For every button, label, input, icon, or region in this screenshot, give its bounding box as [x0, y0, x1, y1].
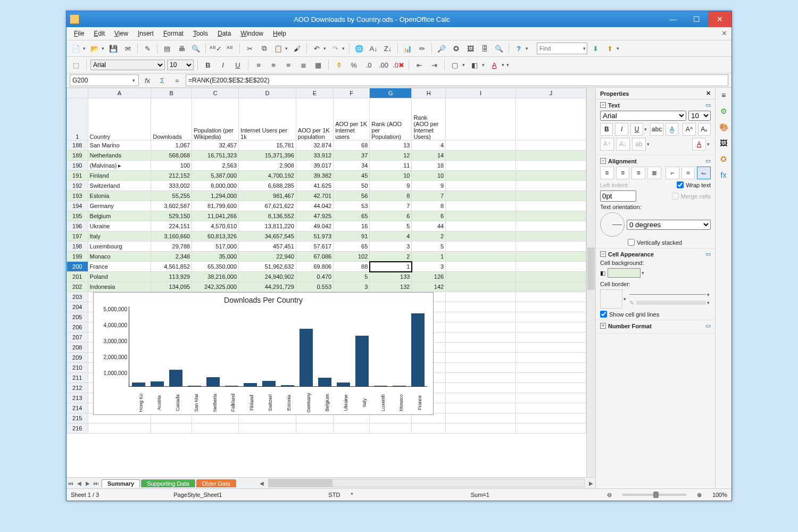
functions-tab-icon[interactable]: fx: [718, 171, 729, 181]
column-header[interactable]: I: [446, 88, 516, 98]
cell[interactable]: 10: [412, 171, 446, 181]
borders-icon[interactable]: ▢: [448, 59, 461, 71]
sort-desc-icon[interactable]: Z↓: [381, 42, 394, 55]
strike-button[interactable]: abc: [650, 123, 663, 136]
cell[interactable]: 2: [412, 231, 446, 242]
row-header[interactable]: 190: [67, 161, 88, 171]
dropdown-icon[interactable]: ▾: [502, 62, 504, 68]
cut-icon[interactable]: ✂: [243, 42, 256, 55]
merge-cells-checkbox[interactable]: Merge cells: [672, 193, 711, 200]
align-center-icon[interactable]: ≡: [267, 59, 280, 71]
show-draw-icon[interactable]: ✏: [415, 42, 428, 55]
cell[interactable]: [446, 423, 516, 434]
menu-file[interactable]: File: [70, 29, 88, 38]
cell[interactable]: [516, 312, 586, 322]
row-header[interactable]: 194: [67, 201, 88, 211]
cell[interactable]: 6: [412, 211, 446, 221]
cell[interactable]: 102: [334, 252, 370, 262]
row-header[interactable]: 189: [67, 151, 88, 161]
cell[interactable]: AOO per 1K internet users: [334, 98, 370, 140]
sheet-tab[interactable]: Summary: [102, 479, 140, 487]
cell[interactable]: [446, 262, 516, 272]
cell[interactable]: 65,350,000: [192, 262, 239, 272]
align-left-icon[interactable]: ≡: [252, 59, 265, 71]
cell[interactable]: 11: [370, 161, 412, 171]
fontcolor-icon[interactable]: A: [692, 138, 706, 151]
cell[interactable]: [446, 363, 516, 373]
dropdown-icon[interactable]: ▾: [102, 46, 104, 51]
minimize-button[interactable]: —: [661, 11, 685, 27]
align-justify-icon[interactable]: ≣: [297, 59, 310, 71]
bold-button[interactable]: B: [600, 123, 613, 136]
cell[interactable]: [516, 181, 586, 191]
cell[interactable]: 32.874: [296, 140, 333, 151]
cell[interactable]: 56: [334, 191, 370, 201]
percent-icon[interactable]: %: [347, 59, 360, 71]
collapse-icon[interactable]: −: [600, 158, 606, 164]
cell[interactable]: 4,561,852: [151, 262, 192, 272]
cell[interactable]: [446, 343, 516, 353]
cell[interactable]: [446, 302, 516, 312]
cell[interactable]: [516, 332, 586, 343]
cell[interactable]: 100: [151, 161, 192, 171]
row-header[interactable]: 192: [67, 181, 88, 191]
valign-top-icon[interactable]: ⌐: [666, 167, 679, 179]
menu-data[interactable]: Data: [213, 29, 235, 38]
cell[interactable]: 6: [370, 211, 412, 221]
cell[interactable]: [151, 423, 192, 434]
hscroll-right-icon[interactable]: ▶: [587, 480, 595, 486]
cell[interactable]: 4,700,192: [239, 171, 296, 181]
dropdown-icon[interactable]: ▾: [482, 62, 485, 68]
formula-input[interactable]: =RANK(E200;$E$2:$E$202): [186, 74, 728, 86]
cell[interactable]: [239, 423, 296, 434]
document-close-button[interactable]: ✕: [721, 29, 727, 37]
sheet-tab[interactable]: Older Data: [196, 479, 236, 487]
cell[interactable]: 133: [370, 272, 412, 282]
auto-spellcheck-icon[interactable]: ᴬᴮ: [223, 42, 236, 55]
column-header[interactable]: F: [334, 88, 370, 98]
vertical-scrollbar[interactable]: [586, 88, 595, 477]
cell[interactable]: 8,000,000: [192, 181, 239, 191]
cell[interactable]: 3,602,587: [151, 201, 192, 211]
sheet-tab[interactable]: Supporting Data: [141, 479, 195, 487]
navigator-icon[interactable]: ✪: [450, 42, 462, 55]
cell[interactable]: [516, 161, 586, 171]
cell[interactable]: 7: [370, 201, 412, 211]
cell[interactable]: 39.382: [296, 171, 333, 181]
cell[interactable]: [446, 211, 516, 221]
cell[interactable]: [446, 322, 516, 332]
toolbar-overflow-icon[interactable]: ▾: [506, 62, 509, 68]
column-header[interactable]: G: [370, 88, 412, 98]
font-name-select[interactable]: Arial: [90, 60, 165, 70]
section-more-icon[interactable]: ▭: [705, 251, 711, 257]
row-header[interactable]: 202: [67, 282, 88, 292]
cell[interactable]: 18: [412, 161, 446, 171]
cell[interactable]: 3: [370, 242, 412, 252]
wrap-text-checkbox[interactable]: Wrap text: [677, 181, 711, 188]
cell[interactable]: 33.912: [296, 151, 333, 161]
row-header[interactable]: 198: [67, 242, 88, 252]
redo-icon[interactable]: ↷: [329, 42, 342, 55]
cell[interactable]: 4,570,610: [192, 221, 239, 231]
hyperlink-icon[interactable]: 🌐: [353, 42, 365, 55]
print-icon[interactable]: 🖶: [175, 42, 188, 55]
cell[interactable]: Belgium: [88, 211, 151, 221]
navigator-tab-icon[interactable]: ✪: [718, 155, 729, 165]
row-header[interactable]: 197: [67, 231, 88, 242]
cell[interactable]: 142: [412, 282, 446, 292]
remove-decimal-icon[interactable]: .0✖: [392, 59, 405, 71]
cell[interactable]: 16: [334, 221, 370, 231]
menu-window[interactable]: Window: [236, 29, 268, 38]
find-replace-icon[interactable]: 🔎: [435, 42, 448, 55]
open-icon[interactable]: 📂: [88, 42, 101, 55]
dropdown-icon[interactable]: ▾: [285, 46, 288, 51]
cell[interactable]: 49.042: [296, 221, 333, 231]
cell[interactable]: 4: [370, 231, 412, 242]
cell[interactable]: 126: [412, 272, 446, 282]
find-next-up-icon[interactable]: ⬆: [603, 42, 616, 55]
cell[interactable]: 13: [370, 140, 412, 151]
number-format-icon[interactable]: .0: [362, 59, 375, 71]
menu-format[interactable]: Format: [159, 29, 188, 38]
maximize-button[interactable]: ☐: [685, 11, 708, 27]
cell-grid[interactable]: ABCDEFGHIJ1CountryDownloadsPopulation (p…: [66, 88, 586, 477]
